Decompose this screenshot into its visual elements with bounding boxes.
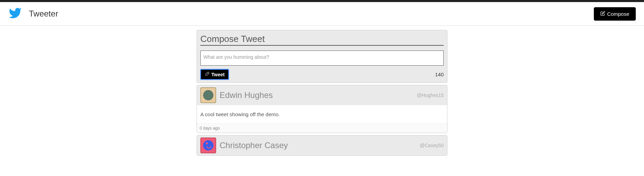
edit-icon [600, 11, 605, 17]
tweet-body: A cool tweet showing off the demo. [197, 105, 447, 123]
avatar [200, 87, 216, 103]
compose-footer: Tweet 140 [200, 69, 444, 80]
compose-button-label: Compose [607, 11, 629, 17]
compose-heading: Compose Tweet [200, 34, 444, 46]
feather-icon [204, 71, 210, 78]
brand: Tweeter [8, 6, 58, 21]
avatar [200, 138, 216, 153]
tweet-timestamp: 0 days ago [197, 123, 447, 133]
tweet-author-handle: @Casey50 [420, 143, 444, 148]
tweet-card: Edwin Hughes @Hughes15 A cool tweet show… [197, 85, 447, 133]
twitter-bird-icon [8, 6, 22, 21]
app-title: Tweeter [29, 9, 58, 19]
tweet-header: Christopher Casey @Casey50 [197, 135, 447, 155]
char-count: 140 [435, 72, 444, 77]
main-container: Compose Tweet Tweet 140 Edwin Hughes @Hu… [197, 30, 447, 156]
tweet-submit-label: Tweet [211, 72, 225, 77]
tweet-submit-button[interactable]: Tweet [200, 69, 229, 80]
tweet-card: Christopher Casey @Casey50 [197, 135, 447, 156]
tweet-author-name: Christopher Casey [220, 141, 288, 150]
tweet-user: Christopher Casey [200, 138, 288, 153]
compose-input[interactable] [200, 51, 444, 66]
navbar: Tweeter Compose [0, 2, 644, 26]
tweet-author-name: Edwin Hughes [220, 90, 273, 100]
compose-button[interactable]: Compose [594, 7, 636, 21]
tweet-user: Edwin Hughes [200, 87, 273, 103]
tweet-header: Edwin Hughes @Hughes15 [197, 85, 447, 105]
compose-panel: Compose Tweet Tweet 140 [197, 30, 447, 83]
tweet-author-handle: @Hughes15 [417, 92, 444, 98]
